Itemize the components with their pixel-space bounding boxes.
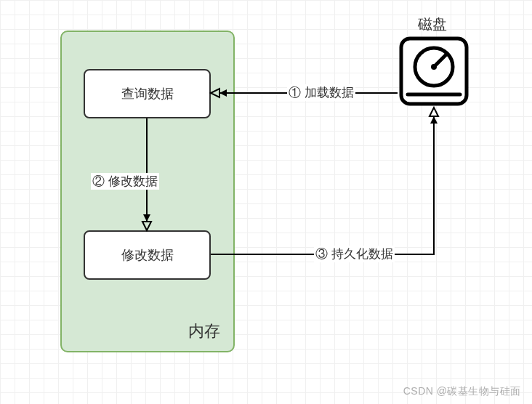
- query-data-text: 查询数据: [121, 85, 174, 102]
- disk-icon: [398, 35, 470, 108]
- watermark: CSDN @碳基生物与硅面: [403, 385, 521, 398]
- svg-marker-9: [143, 214, 150, 222]
- svg-marker-11: [430, 116, 438, 124]
- arrow-persist-data: [211, 108, 443, 260]
- arrow-persist-label: ③ 持久化数据: [314, 246, 395, 262]
- svg-marker-10: [142, 222, 151, 230]
- modify-data-box: 修改数据: [84, 230, 211, 280]
- modify-data-text: 修改数据: [121, 246, 174, 264]
- svg-marker-6: [219, 89, 227, 97]
- svg-marker-12: [430, 108, 438, 116]
- svg-marker-7: [211, 89, 219, 97]
- arrow-load-label: ① 加载数据: [287, 84, 355, 101]
- arrow-modify-label: ② 修改数据: [91, 173, 159, 190]
- svg-point-3: [431, 64, 437, 70]
- query-data-box: 查询数据: [84, 69, 211, 118]
- memory-label: 内存: [188, 320, 220, 342]
- disk-label: 磁盘: [418, 15, 447, 34]
